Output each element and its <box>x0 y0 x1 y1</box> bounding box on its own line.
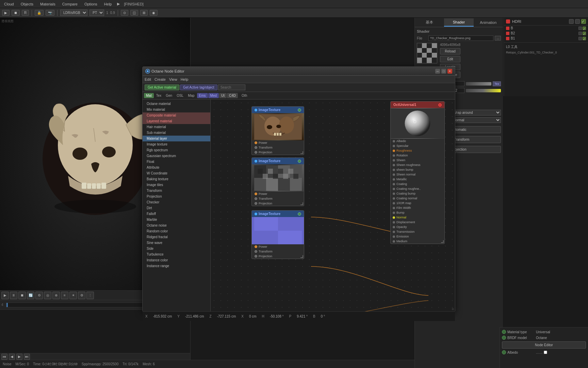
menu-help[interactable]: Help <box>103 1 113 7</box>
toolbar-flat-btn[interactable]: ◫ <box>130 10 138 16</box>
layer-b-btn2[interactable]: ✓ <box>583 27 586 30</box>
node1-resize[interactable] <box>300 151 303 154</box>
menu-options[interactable]: Options <box>83 1 99 7</box>
menu-materials[interactable]: Materials <box>39 1 57 7</box>
mat-item-sinewave[interactable]: Sine wave <box>143 240 210 246</box>
mat-item-sub[interactable]: Sub material <box>143 130 210 136</box>
shader-tab-shader[interactable]: Shader <box>444 18 473 27</box>
mat-item-projection[interactable]: Projection <box>143 194 210 199</box>
ne-menu-edit[interactable]: Edit <box>145 77 151 81</box>
layer-b2-btn1[interactable] <box>578 32 582 35</box>
mat-item-attribute[interactable]: Attribute <box>143 165 210 170</box>
search-input[interactable] <box>218 85 245 90</box>
ne-menu-create[interactable]: Create <box>154 77 166 81</box>
mat-item-instance-range[interactable]: Instance range <box>143 263 210 269</box>
mat-item-octane[interactable]: Octane material <box>143 101 210 107</box>
subtab-map[interactable]: Map <box>186 93 196 98</box>
subtab-oth[interactable]: Oth <box>240 93 249 98</box>
mat-item-gaussian[interactable]: Gaussian spectrum <box>143 153 210 159</box>
albedo-checkbox[interactable] <box>544 351 547 354</box>
menu-cloud[interactable]: Cloud <box>3 1 15 7</box>
minimize-btn[interactable]: ─ <box>435 69 440 74</box>
mat-item-wcoord[interactable]: W Coordinate <box>143 170 210 176</box>
tl-btn-3[interactable]: ▶ <box>16 354 22 360</box>
toolbar-play-btn[interactable]: ▶ <box>2 10 10 16</box>
mat-item-turbulence[interactable]: Turbulence <box>143 251 210 257</box>
mat-item-dirt[interactable]: Dirt <box>143 205 210 211</box>
node3-resize[interactable] <box>300 255 303 258</box>
ne-menu-view[interactable]: View <box>169 77 177 81</box>
mat-item-layered[interactable]: Layered material <box>143 118 210 124</box>
node2-resize[interactable] <box>300 202 303 205</box>
render-btn-10[interactable]: ⚙ <box>78 292 85 299</box>
mat-item-marble[interactable]: Marble <box>143 217 210 223</box>
image-texture-node-1[interactable]: ImageTexture <box>251 106 304 155</box>
border-mode-dropdown[interactable]: Wrap around <box>451 110 501 116</box>
mat-item-transform[interactable]: Transform <box>143 188 210 194</box>
shader-file-path-input[interactable] <box>428 35 493 41</box>
toolbar-lock-btn[interactable]: 🔒 <box>35 10 44 16</box>
layer-b1-btn1[interactable] <box>578 37 582 40</box>
close-btn[interactable]: ✕ <box>447 69 452 74</box>
image-texture-node-2[interactable]: ImageTexture <box>251 157 304 206</box>
layer-b2-btn2[interactable]: ✓ <box>583 32 586 35</box>
mat-item-side[interactable]: Side <box>143 246 210 251</box>
shader-tab-basic[interactable]: 基本 <box>415 18 444 27</box>
subtab-ems[interactable]: Ems <box>197 93 208 98</box>
render-btn-9[interactable]: ☀ <box>69 292 77 299</box>
toolbar-cam-btn[interactable]: 📷 <box>46 10 54 16</box>
render-btn-3[interactable]: ⏹ <box>18 292 26 299</box>
toolbar-sphere-btn[interactable]: ⊙ <box>121 10 128 16</box>
render-btn-8[interactable]: ≡ <box>61 292 68 299</box>
mat-item-rgb[interactable]: Rgb spectrum <box>143 147 210 153</box>
layer-b1-btn2[interactable]: ✓ <box>583 37 586 40</box>
node-canvas[interactable]: ImageTexture <box>211 99 455 311</box>
power-tex-btn[interactable]: Tex <box>493 81 501 86</box>
mat-item-image-tex[interactable]: Image texture <box>143 141 210 147</box>
hdri-btn-3[interactable]: ✓ <box>581 19 586 24</box>
mat-item-mix[interactable]: Mix material <box>143 107 210 112</box>
subtab-gen[interactable]: Gen <box>164 93 174 98</box>
image-texture-node-3[interactable]: ImageTexture Power <box>251 210 304 259</box>
shader-file-browse-btn[interactable]: ... <box>495 36 501 41</box>
render-mode-dropdown[interactable]: LDR/sRGB <box>60 10 87 16</box>
render-type-dropdown[interactable]: PT <box>89 10 104 16</box>
maximize-btn[interactable]: □ <box>441 69 446 74</box>
mat-item-material-layer[interactable]: Material layer <box>143 136 210 141</box>
tl-btn-1[interactable]: ⏮ <box>1 354 7 360</box>
mat-item-falloff[interactable]: Falloff <box>143 211 210 217</box>
mat-item-random[interactable]: Random color <box>143 228 210 234</box>
oct-node-resize[interactable] <box>441 240 444 243</box>
mat-item-hair[interactable]: Hair material <box>143 124 210 130</box>
tl-btn-2[interactable]: ◀ <box>9 354 15 360</box>
toolbar-shaded-btn[interactable]: ◉ <box>150 10 158 16</box>
get-active-material-btn[interactable]: Get Active material <box>145 85 179 90</box>
mat-item-baking[interactable]: Baking texture <box>143 176 210 182</box>
oct-universal-node[interactable]: OctUniversal1 <box>390 101 445 244</box>
toolbar-r-btn[interactable]: R <box>22 10 29 16</box>
render-btn-5[interactable]: ⚙ <box>35 292 43 299</box>
edit-btn[interactable]: Edit <box>440 56 460 62</box>
mat-item-instance-color[interactable]: Instance color <box>143 257 210 263</box>
render-btn-11[interactable]: ⋮ <box>86 292 94 299</box>
tl-btn-4[interactable]: ⏭ <box>24 354 30 360</box>
toolbar-stop-btn[interactable]: ⏹ <box>12 10 20 16</box>
render-btn-2[interactable]: ⏸ <box>10 292 17 299</box>
mat-item-composite[interactable]: Composite material <box>143 112 210 118</box>
render-btn-6[interactable]: ◎ <box>44 292 51 299</box>
mat-item-float[interactable]: Float <box>143 159 210 165</box>
subtab-mat[interactable]: Mat <box>144 93 154 98</box>
hdri-btn-2[interactable] <box>575 19 580 24</box>
menu-compare[interactable]: Compare <box>61 1 79 7</box>
mat-item-ridged[interactable]: Ridged fractal <box>143 234 210 240</box>
reload-btn[interactable]: Reload <box>440 48 460 55</box>
toolbar-wire-btn[interactable]: ⊞ <box>140 10 148 16</box>
render-btn-7[interactable]: ⊕ <box>52 292 60 299</box>
layer-b-btn1[interactable] <box>578 27 582 30</box>
mat-item-imagetiles[interactable]: Image tiles <box>143 182 210 188</box>
mat-item-octane-noise[interactable]: Octane noise <box>143 223 210 228</box>
power-slider[interactable] <box>466 82 491 86</box>
subtab-osl[interactable]: OSL <box>175 93 185 98</box>
ne-menu-help[interactable]: Help <box>181 77 189 81</box>
subtab-ut[interactable]: Ut <box>219 93 227 98</box>
